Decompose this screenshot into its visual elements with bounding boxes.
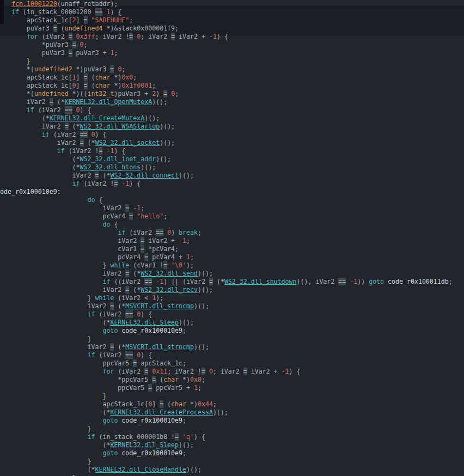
code-line-current[interactable]: apcStack_1c[2] = "SADFHUHF"; (0, 16, 463, 25)
token-plain: ; (213, 400, 217, 408)
code-line[interactable]: for (iVar2 = 0x3ff; iVar2 != 0; iVar2 = … (0, 33, 463, 41)
code-line[interactable]: if (iVar2 == 0) break; (0, 229, 463, 237)
token-code-label[interactable]: code_r0x100011db (388, 278, 449, 285)
code-line[interactable]: apcStack_1c[0] = (char *)0x44; (0, 400, 463, 408)
token-imported-function[interactable]: MSVCRT.dll_strncmp (125, 343, 194, 351)
code-line[interactable]: } (0, 474, 463, 476)
code-line[interactable]: *puVar3 = 0; (0, 41, 463, 49)
token-imported-function[interactable]: KERNEL32.dll_CreateMutexA (50, 114, 145, 122)
code-line[interactable]: } (0, 335, 463, 343)
code-line[interactable]: puVar3 = puVar3 + 1; (0, 49, 463, 57)
token-string: "hello" (137, 212, 163, 220)
token-number: -1 (282, 368, 289, 375)
token-plain: *) (110, 74, 121, 81)
token-imported-function[interactable]: WS2_32.dll_shutdown (224, 278, 297, 285)
code-line[interactable]: iVar2 = (*KERNEL32.dll_OpenMutexA)(); (0, 98, 463, 106)
code-line[interactable]: } (0, 392, 463, 400)
token-imported-function[interactable]: WS2_32.dll_connect (110, 172, 179, 179)
code-line[interactable]: ppcVar5 = ppcVar5 + 1; (0, 384, 463, 392)
code-line[interactable]: iVar2 = (*WS2_32.dll_send)(); (0, 270, 463, 278)
code-line[interactable]: do { (0, 221, 463, 229)
token-code-label[interactable]: code_r0x100010e9 (121, 327, 182, 334)
token-imported-function[interactable]: WS2_32.dll_htons (80, 163, 141, 171)
token-imported-function[interactable]: KERNEL32.dll_Sleep (110, 441, 179, 449)
token-plain: (iVar2 (34, 106, 65, 114)
code-line[interactable]: } while (cVar1 != '\0'); (0, 261, 463, 270)
token-imported-function[interactable]: KERNEL32.dll_CreateProcessA (110, 408, 212, 416)
token-plain (0, 196, 88, 204)
code-line[interactable]: apcStack_1c[0] = (char *)0x1f0001; (0, 82, 463, 90)
token-equals-highlighted: == (144, 278, 152, 285)
code-line[interactable]: if (iVar2 != -1) { (0, 180, 463, 188)
token-plain: ; (190, 253, 194, 261)
token-plain: (iVar2 (95, 310, 126, 318)
token-imported-function[interactable]: WS2_32.dll_socket (95, 139, 160, 147)
code-line[interactable]: (*WS2_32.dll_htons)(); (0, 163, 463, 172)
code-line[interactable]: if (in_stack_000001b8 != 'q') { (0, 433, 463, 441)
code-line[interactable]: if (iVar2 == 0) { (0, 106, 463, 114)
code-line[interactable]: *ppcVar5 = (char *)0x0; (0, 376, 463, 384)
code-line[interactable]: iVar2 = (*WS2_32.dll_recv)(); (0, 286, 463, 294)
token-imported-function[interactable]: WS2_32.dll_WSAStartup (80, 123, 160, 130)
code-line[interactable]: apcStack_1c[1] = (char *)0x0; (0, 74, 463, 82)
code-line[interactable]: *(undefined *)((int32_t)puVar3 + 2) = 0; (0, 90, 463, 98)
code-line[interactable]: goto code_r0x100010e9; (0, 417, 463, 425)
code-line[interactable]: (*WS2_32.dll_inet_addr)(); (0, 155, 463, 163)
decompiler-code-view[interactable]: fcn.10001220(unaff_retaddr); if (in_stac… (0, 0, 463, 476)
token-imported-function[interactable]: WS2_32.dll_send (141, 270, 198, 277)
token-imported-function[interactable]: KERNEL32.dll_CloseHandle (95, 466, 186, 473)
token-imported-function[interactable]: MSVCRT.dll_strncmp (125, 302, 194, 310)
token-keyword: while (110, 261, 129, 269)
code-line[interactable]: puVar3 = (undefined4 *)&stack0x000001f9; (0, 25, 463, 33)
token-plain: (iVar2 (125, 229, 156, 236)
token-imported-function[interactable]: WS2_32.dll_inet_addr (80, 155, 156, 163)
code-line[interactable]: iVar2 = (*MSVCRT.dll_strncmp)(); (0, 343, 463, 351)
token-imported-function[interactable]: KERNEL32.dll_Sleep (110, 319, 179, 326)
code-line[interactable]: iVar2 = iVar2 + -1; (0, 237, 463, 245)
code-line[interactable]: iVar2 = -1; (0, 204, 463, 212)
code-line[interactable]: } (0, 57, 463, 65)
token-function-name[interactable]: fcn.10001220 (11, 0, 57, 8)
code-line[interactable]: fcn.10001220(unaff_retaddr); (0, 0, 463, 8)
code-line[interactable]: for (iVar2 = 0x11; iVar2 != 0; iVar2 = i… (0, 368, 463, 376)
token-plain: )(); (179, 441, 194, 449)
token-code-label[interactable]: code_r0x100010e9 (121, 417, 182, 424)
code-line[interactable]: goto code_r0x100010e9; (0, 327, 463, 335)
token-imported-function[interactable]: KERNEL32.dll_OpenMutexA (65, 98, 152, 106)
code-line[interactable]: goto code_r0x100010e9; (0, 449, 463, 457)
token-plain: ) || (iVar2 (163, 278, 209, 285)
token-number: 0x3ff (76, 33, 95, 40)
code-line[interactable]: pcVar4 = pcVar4 + 1; (0, 253, 463, 261)
code-line[interactable]: *(undefined2 *)puVar3 = 0; (0, 65, 463, 74)
code-line[interactable]: } (0, 457, 463, 466)
code-line[interactable]: ppcVar5 = apcStack_1c; (0, 359, 463, 368)
code-line[interactable]: (*KERNEL32.dll_Sleep)(); (0, 319, 463, 327)
code-line[interactable]: if ((iVar2 == -1) || (iVar2 = (*WS2_32.d… (0, 278, 463, 286)
token-imported-function[interactable]: WS2_32.dll_recv (141, 286, 198, 294)
code-line[interactable]: (*KERNEL32.dll_Sleep)(); (0, 441, 463, 449)
code-line[interactable]: if (iVar2 == 0) { (0, 351, 463, 359)
code-line[interactable]: pcVar4 = "hello"; (0, 212, 463, 221)
code-line[interactable]: if (iVar2 == 0) { (0, 310, 463, 319)
token-code-label[interactable]: code_r0x100010e9 (121, 449, 182, 457)
code-line[interactable]: if (iVar2 == 0) { (0, 131, 463, 139)
code-label-line[interactable]: code_r0x100010e9: (0, 188, 463, 196)
code-line[interactable]: cVar1 = *pcVar4; (0, 245, 463, 253)
code-line[interactable]: (*KERNEL32.dll_CreateProcessA)(); (0, 408, 463, 417)
token-code-label[interactable]: code_r0x100010e9: (0, 188, 61, 196)
code-line[interactable]: } (0, 425, 463, 433)
code-line[interactable]: } while (iVar2 < 1); (0, 294, 463, 302)
token-plain: (iVar2 < (114, 294, 152, 302)
token-equals-highlighted: = (243, 368, 247, 375)
code-line[interactable]: (*KERNEL32.dll_CreateMutexA)(); (0, 114, 463, 123)
left-scrollbar-thumb[interactable] (0, 0, 4, 24)
code-line[interactable]: (*KERNEL32.dll_CloseHandle)(); (0, 466, 463, 474)
code-line[interactable]: iVar2 = (*WS2_32.dll_socket)(); (0, 139, 463, 147)
code-line[interactable]: do { (0, 196, 463, 204)
code-line[interactable]: if (iVar2 != -1) { (0, 147, 463, 155)
code-line[interactable]: iVar2 = (*WS2_32.dll_connect)(); (0, 172, 463, 180)
token-plain: iVar2 (0, 139, 80, 147)
code-line[interactable]: iVar2 = (*MSVCRT.dll_strncmp)(); (0, 302, 463, 310)
code-line[interactable]: iVar2 = (*WS2_32.dll_WSAStartup)(); (0, 123, 463, 131)
code-line[interactable]: if (in_stack_00001200 == 1) { (0, 8, 463, 16)
